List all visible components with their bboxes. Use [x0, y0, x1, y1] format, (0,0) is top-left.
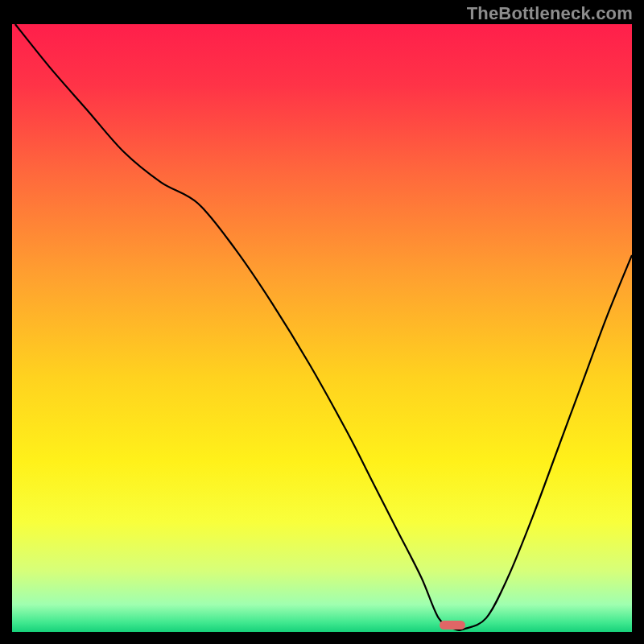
optimal-range-marker: [440, 621, 465, 630]
watermark-text: TheBottleneck.com: [467, 3, 633, 24]
plot-area: [12, 24, 632, 632]
svg-rect-0: [12, 24, 632, 632]
background-gradient: [12, 24, 632, 632]
chart-frame: TheBottleneck.com: [0, 0, 644, 644]
